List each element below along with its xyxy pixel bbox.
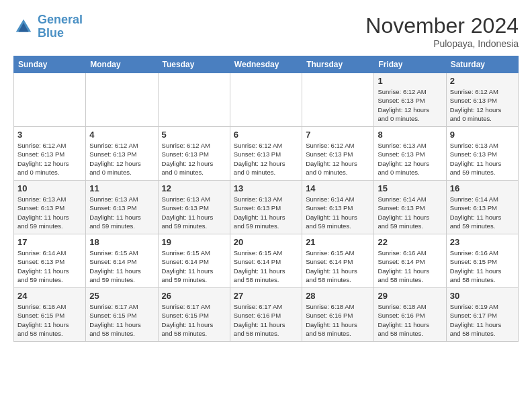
day-number: 8 bbox=[378, 130, 442, 140]
day-number: 18 bbox=[89, 237, 154, 247]
cell-info: Sunrise: 6:16 AM Sunset: 6:15 PM Dayligh… bbox=[450, 248, 515, 284]
day-number: 16 bbox=[450, 183, 515, 193]
calendar-cell: 3Sunrise: 6:12 AM Sunset: 6:13 PM Daylig… bbox=[14, 127, 86, 181]
header-friday: Friday bbox=[374, 56, 446, 73]
day-number: 4 bbox=[89, 130, 154, 140]
calendar-cell: 18Sunrise: 6:15 AM Sunset: 6:14 PM Dayli… bbox=[86, 234, 158, 288]
day-number: 10 bbox=[17, 183, 82, 193]
day-number: 22 bbox=[378, 237, 442, 247]
calendar-header: SundayMondayTuesdayWednesdayThursdayFrid… bbox=[14, 56, 519, 73]
title-block: November 2024 Pulopaya, Indonesia bbox=[365, 13, 519, 49]
cell-info: Sunrise: 6:19 AM Sunset: 6:17 PM Dayligh… bbox=[450, 302, 515, 338]
day-number: 21 bbox=[306, 237, 370, 247]
cell-info: Sunrise: 6:15 AM Sunset: 6:14 PM Dayligh… bbox=[89, 248, 154, 284]
cell-info: Sunrise: 6:14 AM Sunset: 6:13 PM Dayligh… bbox=[306, 195, 370, 230]
day-number: 11 bbox=[89, 183, 154, 193]
calendar-cell: 5Sunrise: 6:12 AM Sunset: 6:13 PM Daylig… bbox=[158, 127, 230, 181]
day-number: 15 bbox=[378, 183, 442, 193]
day-number: 13 bbox=[234, 183, 298, 193]
calendar-cell bbox=[158, 73, 230, 127]
cell-info: Sunrise: 6:12 AM Sunset: 6:13 PM Dayligh… bbox=[450, 87, 515, 123]
calendar-cell: 30Sunrise: 6:19 AM Sunset: 6:17 PM Dayli… bbox=[446, 288, 518, 342]
calendar-cell: 4Sunrise: 6:12 AM Sunset: 6:13 PM Daylig… bbox=[86, 127, 158, 181]
cell-info: Sunrise: 6:14 AM Sunset: 6:13 PM Dayligh… bbox=[378, 195, 442, 230]
calendar-cell bbox=[230, 73, 302, 127]
calendar-cell: 29Sunrise: 6:18 AM Sunset: 6:16 PM Dayli… bbox=[374, 288, 446, 342]
day-number: 27 bbox=[234, 291, 298, 301]
location-subtitle: Pulopaya, Indonesia bbox=[365, 38, 519, 49]
day-number: 24 bbox=[17, 291, 82, 301]
header-tuesday: Tuesday bbox=[158, 56, 230, 73]
cell-info: Sunrise: 6:13 AM Sunset: 6:13 PM Dayligh… bbox=[450, 141, 515, 177]
cell-info: Sunrise: 6:12 AM Sunset: 6:13 PM Dayligh… bbox=[234, 141, 298, 177]
calendar-cell: 27Sunrise: 6:17 AM Sunset: 6:16 PM Dayli… bbox=[230, 288, 302, 342]
calendar-cell: 1Sunrise: 6:12 AM Sunset: 6:13 PM Daylig… bbox=[374, 73, 446, 127]
cell-info: Sunrise: 6:13 AM Sunset: 6:13 PM Dayligh… bbox=[17, 195, 82, 230]
cell-info: Sunrise: 6:13 AM Sunset: 6:13 PM Dayligh… bbox=[378, 141, 442, 177]
calendar-cell: 21Sunrise: 6:15 AM Sunset: 6:14 PM Dayli… bbox=[302, 234, 374, 288]
cell-info: Sunrise: 6:18 AM Sunset: 6:16 PM Dayligh… bbox=[306, 302, 370, 338]
day-number: 23 bbox=[450, 237, 515, 247]
week-row-4: 24Sunrise: 6:16 AM Sunset: 6:15 PM Dayli… bbox=[14, 288, 519, 342]
header-saturday: Saturday bbox=[446, 56, 518, 73]
logo: General Blue bbox=[13, 13, 83, 40]
calendar-cell: 13Sunrise: 6:13 AM Sunset: 6:13 PM Dayli… bbox=[230, 181, 302, 234]
calendar-table: SundayMondayTuesdayWednesdayThursdayFrid… bbox=[13, 56, 519, 342]
day-number: 20 bbox=[234, 237, 298, 247]
cell-info: Sunrise: 6:12 AM Sunset: 6:13 PM Dayligh… bbox=[306, 141, 370, 177]
cell-info: Sunrise: 6:18 AM Sunset: 6:16 PM Dayligh… bbox=[378, 302, 442, 338]
calendar-cell: 22Sunrise: 6:16 AM Sunset: 6:14 PM Dayli… bbox=[374, 234, 446, 288]
calendar-cell: 11Sunrise: 6:13 AM Sunset: 6:13 PM Dayli… bbox=[86, 181, 158, 234]
calendar-cell: 28Sunrise: 6:18 AM Sunset: 6:16 PM Dayli… bbox=[302, 288, 374, 342]
calendar-cell: 25Sunrise: 6:17 AM Sunset: 6:15 PM Dayli… bbox=[86, 288, 158, 342]
cell-info: Sunrise: 6:13 AM Sunset: 6:13 PM Dayligh… bbox=[234, 195, 298, 230]
day-number: 30 bbox=[450, 291, 515, 301]
week-row-1: 3Sunrise: 6:12 AM Sunset: 6:13 PM Daylig… bbox=[14, 127, 519, 181]
cell-info: Sunrise: 6:12 AM Sunset: 6:13 PM Dayligh… bbox=[162, 141, 226, 177]
cell-info: Sunrise: 6:12 AM Sunset: 6:13 PM Dayligh… bbox=[378, 87, 442, 123]
day-number: 26 bbox=[162, 291, 226, 301]
calendar-cell: 10Sunrise: 6:13 AM Sunset: 6:13 PM Dayli… bbox=[14, 181, 86, 234]
week-row-2: 10Sunrise: 6:13 AM Sunset: 6:13 PM Dayli… bbox=[14, 181, 519, 234]
header-wednesday: Wednesday bbox=[230, 56, 302, 73]
calendar-cell: 20Sunrise: 6:15 AM Sunset: 6:14 PM Dayli… bbox=[230, 234, 302, 288]
month-title: November 2024 bbox=[365, 13, 519, 38]
calendar-cell: 23Sunrise: 6:16 AM Sunset: 6:15 PM Dayli… bbox=[446, 234, 518, 288]
calendar-cell: 16Sunrise: 6:14 AM Sunset: 6:13 PM Dayli… bbox=[446, 181, 518, 234]
cell-info: Sunrise: 6:16 AM Sunset: 6:15 PM Dayligh… bbox=[17, 302, 82, 338]
cell-info: Sunrise: 6:14 AM Sunset: 6:13 PM Dayligh… bbox=[17, 248, 82, 284]
cell-info: Sunrise: 6:15 AM Sunset: 6:14 PM Dayligh… bbox=[234, 248, 298, 284]
calendar-body: 1Sunrise: 6:12 AM Sunset: 6:13 PM Daylig… bbox=[14, 73, 519, 342]
logo-icon bbox=[13, 17, 34, 37]
week-row-3: 17Sunrise: 6:14 AM Sunset: 6:13 PM Dayli… bbox=[14, 234, 519, 288]
calendar-cell: 19Sunrise: 6:15 AM Sunset: 6:14 PM Dayli… bbox=[158, 234, 230, 288]
calendar-cell: 7Sunrise: 6:12 AM Sunset: 6:13 PM Daylig… bbox=[302, 127, 374, 181]
calendar-cell bbox=[14, 73, 86, 127]
calendar-cell: 14Sunrise: 6:14 AM Sunset: 6:13 PM Dayli… bbox=[302, 181, 374, 234]
cell-info: Sunrise: 6:14 AM Sunset: 6:13 PM Dayligh… bbox=[450, 195, 515, 230]
day-number: 17 bbox=[17, 237, 82, 247]
day-number: 29 bbox=[378, 291, 442, 301]
cell-info: Sunrise: 6:17 AM Sunset: 6:16 PM Dayligh… bbox=[234, 302, 298, 338]
calendar-cell: 26Sunrise: 6:17 AM Sunset: 6:15 PM Dayli… bbox=[158, 288, 230, 342]
day-number: 25 bbox=[89, 291, 154, 301]
day-number: 14 bbox=[306, 183, 370, 193]
day-number: 19 bbox=[162, 237, 226, 247]
day-number: 6 bbox=[234, 130, 298, 140]
day-number: 5 bbox=[162, 130, 226, 140]
calendar-cell: 15Sunrise: 6:14 AM Sunset: 6:13 PM Dayli… bbox=[374, 181, 446, 234]
calendar-cell: 9Sunrise: 6:13 AM Sunset: 6:13 PM Daylig… bbox=[446, 127, 518, 181]
cell-info: Sunrise: 6:13 AM Sunset: 6:13 PM Dayligh… bbox=[162, 195, 226, 230]
day-number: 3 bbox=[17, 130, 82, 140]
header-monday: Monday bbox=[86, 56, 158, 73]
cell-info: Sunrise: 6:15 AM Sunset: 6:14 PM Dayligh… bbox=[162, 248, 226, 284]
cell-info: Sunrise: 6:17 AM Sunset: 6:15 PM Dayligh… bbox=[162, 302, 226, 338]
logo-text: General Blue bbox=[38, 13, 83, 40]
day-number: 7 bbox=[306, 130, 370, 140]
header-row: SundayMondayTuesdayWednesdayThursdayFrid… bbox=[14, 56, 519, 73]
calendar-cell: 17Sunrise: 6:14 AM Sunset: 6:13 PM Dayli… bbox=[14, 234, 86, 288]
calendar-cell: 24Sunrise: 6:16 AM Sunset: 6:15 PM Dayli… bbox=[14, 288, 86, 342]
calendar-cell bbox=[86, 73, 158, 127]
cell-info: Sunrise: 6:12 AM Sunset: 6:13 PM Dayligh… bbox=[17, 141, 82, 177]
page-header: General Blue November 2024 Pulopaya, Ind… bbox=[13, 13, 519, 49]
